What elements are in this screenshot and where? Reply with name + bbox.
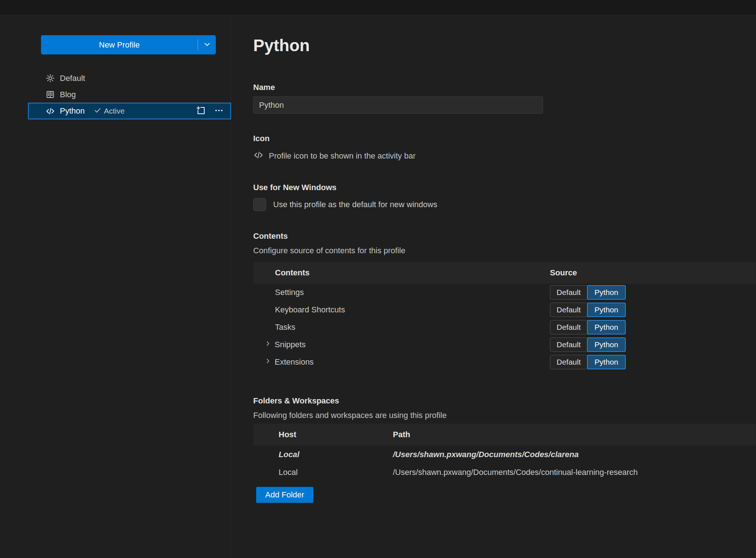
chevron-down-icon xyxy=(203,40,211,50)
row-actions xyxy=(196,106,224,116)
column-header-source: Source xyxy=(550,268,756,278)
icon-section-label: Icon xyxy=(253,134,756,143)
table-row-extensions: Extensions Default Python xyxy=(253,353,756,371)
profiles-editor: New Profile Default xyxy=(0,15,756,558)
new-profile-dropdown-button[interactable] xyxy=(198,35,216,54)
gear-icon xyxy=(45,73,55,83)
source-toggle: Default Python xyxy=(550,285,756,300)
source-option-default[interactable]: Default xyxy=(550,285,587,300)
new-windows-section-label: Use for New Windows xyxy=(253,183,756,192)
contents-table: Contents Source Settings Default Python … xyxy=(253,262,756,371)
new-profile-split-button[interactable]: New Profile xyxy=(41,35,216,54)
page-title: Python xyxy=(253,36,756,54)
folders-table: Host Path Local /Users/shawn.pxwang/Docu… xyxy=(253,424,756,481)
table-row-snippets: Snippets Default Python xyxy=(253,336,756,353)
code-icon xyxy=(45,106,55,116)
source-toggle: Default Python xyxy=(550,337,756,352)
source-option-python[interactable]: Python xyxy=(587,285,626,300)
folder-host: Local xyxy=(253,468,393,477)
row-label: Keyboard Shortcuts xyxy=(253,305,550,315)
open-new-window-button[interactable] xyxy=(196,106,206,116)
new-windows-checkbox-row: Use this profile as the default for new … xyxy=(253,198,756,211)
new-profile-button-label: New Profile xyxy=(99,40,140,50)
icon-description: Profile icon to be shown in the activity… xyxy=(269,151,416,161)
source-option-python[interactable]: Python xyxy=(587,303,626,317)
column-header-path: Path xyxy=(393,430,756,439)
source-option-default[interactable]: Default xyxy=(550,355,587,369)
profile-name-label: Default xyxy=(60,74,85,83)
active-badge: Active xyxy=(94,106,125,116)
code-icon xyxy=(253,150,264,162)
contents-description: Configure source of contents for this pr… xyxy=(253,246,756,255)
source-toggle: Default Python xyxy=(550,355,756,369)
new-profile-button[interactable]: New Profile xyxy=(41,35,198,54)
checkbox-label: Use this profile as the default for new … xyxy=(273,200,437,209)
source-option-default[interactable]: Default xyxy=(550,337,587,352)
source-toggle: Default Python xyxy=(550,303,756,317)
new-window-plus-icon xyxy=(196,106,206,116)
chevron-right-icon xyxy=(264,340,275,350)
source-option-python[interactable]: Python xyxy=(587,337,626,352)
ellipsis-icon xyxy=(214,106,224,116)
add-folder-button[interactable]: Add Folder xyxy=(256,487,313,503)
sidebar-item-python[interactable]: Python Active xyxy=(28,103,231,119)
profile-list: Default Blog Python xyxy=(0,70,231,119)
source-toggle: Default Python xyxy=(550,320,756,335)
chevron-right-icon xyxy=(264,357,275,367)
default-new-windows-checkbox[interactable] xyxy=(253,198,266,211)
source-option-default[interactable]: Default xyxy=(550,303,587,317)
folders-section-label: Folders & Workspaces xyxy=(253,396,756,406)
row-label[interactable]: Extensions xyxy=(253,357,550,367)
row-label: Settings xyxy=(253,288,550,297)
folders-description: Following folders and workspaces are usi… xyxy=(253,411,756,420)
book-icon xyxy=(45,90,55,99)
profile-name-label: Blog xyxy=(60,90,76,99)
table-row-settings: Settings Default Python xyxy=(253,284,756,301)
folder-row-continual-learning-research[interactable]: Local /Users/shawn.pxwang/Documents/Code… xyxy=(253,463,756,481)
icon-picker-row[interactable]: Profile icon to be shown in the activity… xyxy=(253,150,756,162)
folder-path: /Users/shawn.pxwang/Documents/Codes/clar… xyxy=(393,450,756,459)
row-label[interactable]: Snippets xyxy=(253,340,550,350)
more-actions-button[interactable] xyxy=(214,106,224,116)
profile-detail-panel: Python Name Icon Profile icon to be show… xyxy=(231,15,756,558)
source-option-python[interactable]: Python xyxy=(587,320,626,335)
sidebar-item-blog[interactable]: Blog xyxy=(28,86,231,103)
sidebar-item-default[interactable]: Default xyxy=(28,70,231,86)
contents-section-label: Contents xyxy=(253,231,756,241)
check-icon xyxy=(94,106,104,116)
table-row-keyboard-shortcuts: Keyboard Shortcuts Default Python xyxy=(253,301,756,319)
window-titlebar xyxy=(0,0,756,15)
folder-host: Local xyxy=(253,450,393,459)
row-label-text: Snippets xyxy=(275,340,306,349)
column-header-host: Host xyxy=(253,430,393,439)
contents-table-header: Contents Source xyxy=(253,262,756,284)
profile-name-label: Python xyxy=(60,106,85,116)
folder-row-clarena[interactable]: Local /Users/shawn.pxwang/Documents/Code… xyxy=(253,446,756,463)
profiles-sidebar: New Profile Default xyxy=(0,15,231,558)
folder-path: /Users/shawn.pxwang/Documents/Codes/cont… xyxy=(393,468,756,477)
folders-table-header: Host Path xyxy=(253,424,756,446)
row-label: Tasks xyxy=(253,323,550,332)
row-label-text: Extensions xyxy=(275,357,314,367)
active-badge-label: Active xyxy=(104,107,125,115)
table-row-tasks: Tasks Default Python xyxy=(253,319,756,336)
profile-name-input[interactable] xyxy=(253,97,543,114)
column-header-contents: Contents xyxy=(253,268,550,278)
source-option-python[interactable]: Python xyxy=(587,355,626,369)
source-option-default[interactable]: Default xyxy=(550,320,587,335)
name-section-label: Name xyxy=(253,83,756,92)
